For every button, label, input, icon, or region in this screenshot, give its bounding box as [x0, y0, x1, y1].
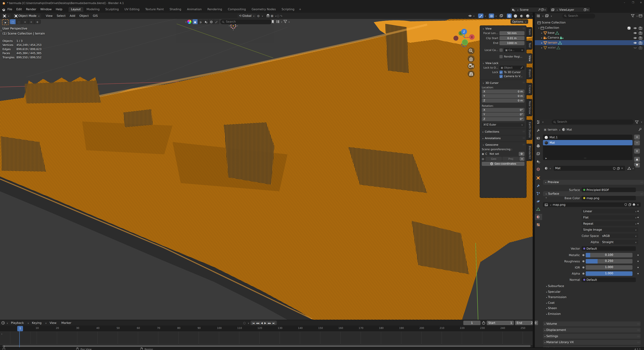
add-workspace-button[interactable]: +: [299, 8, 301, 11]
ior-slider[interactable]: 1.000: [586, 265, 632, 270]
editor-divider[interactable]: [533, 13, 535, 347]
properties-search-input[interactable]: Search: [552, 119, 634, 124]
lock-object-field[interactable]: ▣Object🖉: [500, 66, 524, 70]
hide-icon[interactable]: [633, 31, 637, 35]
restore-button[interactable]: ❐: [632, 1, 634, 4]
menu-view[interactable]: View: [44, 14, 55, 17]
scene-selector[interactable]: ∨ Scene ×: [510, 7, 548, 12]
cursor-rz-field[interactable]: Z0°: [482, 117, 524, 121]
outliner-search-input[interactable]: Search: [562, 13, 595, 18]
cursor-ry-field[interactable]: Y0°: [482, 112, 524, 116]
geo-button[interactable]: Geo: [485, 157, 502, 161]
timeline-track[interactable]: ›: [0, 332, 533, 345]
gis-globe-icon[interactable]: [209, 19, 214, 24]
n-panel-tab[interactable]: Create: [526, 83, 532, 95]
tab-material-icon[interactable]: [536, 215, 540, 219]
tab-output-icon[interactable]: [536, 144, 540, 148]
gis-drop-icon[interactable]: [203, 19, 209, 24]
workspace-tab[interactable]: Rendering: [205, 7, 224, 12]
subpanel-header[interactable]: Emission: [546, 312, 566, 316]
cursor-z-field[interactable]: Z0 m: [482, 99, 524, 103]
shading-rendered-button[interactable]: [525, 13, 530, 18]
copy-icon[interactable]: [628, 203, 631, 206]
fake-user-icon[interactable]: [624, 203, 627, 206]
crs-settings-button[interactable]: ⚙: [519, 152, 524, 156]
source-dropdown[interactable]: Single Image∨: [582, 228, 638, 232]
interpolation-dropdown[interactable]: Linear∨: [582, 209, 638, 214]
tool-move[interactable]: ✥: [34, 19, 41, 24]
node-tree-button[interactable]: ∨: [626, 166, 636, 171]
blender-icon[interactable]: [2, 7, 5, 11]
render-visibility-icon[interactable]: [639, 31, 642, 35]
tab-particles-icon[interactable]: [536, 192, 540, 195]
tool-select-lasso[interactable]: ✦: [22, 19, 28, 24]
alpha-slider[interactable]: 1.000: [586, 271, 632, 276]
unlink-icon[interactable]: ×: [621, 167, 623, 170]
slot-expand-icon[interactable]: ▶: [546, 157, 547, 159]
workspace-tab[interactable]: Modeling: [84, 7, 102, 12]
pin-icon[interactable]: [538, 8, 541, 11]
menu-view[interactable]: View: [48, 321, 58, 325]
xray-toggle[interactable]: [500, 14, 503, 17]
copy-icon[interactable]: [541, 8, 544, 11]
cursor-x-field[interactable]: X0 m: [482, 89, 524, 93]
subpanel-header[interactable]: Coat: [546, 301, 566, 304]
n-panel-tab[interactable]: BlenderKit: [526, 143, 532, 161]
gis-collapse-icon[interactable]: ∨: [185, 20, 187, 23]
play-reverse-button[interactable]: ◀: [261, 322, 263, 324]
n-panel-tab[interactable]: Blosm: [526, 67, 532, 79]
minimize-button[interactable]: –: [624, 1, 625, 4]
panel-header[interactable]: Material Library VX: [543, 340, 641, 345]
fake-user-icon[interactable]: [613, 167, 616, 170]
cursor-y-field[interactable]: Y0 m: [482, 94, 524, 98]
bookmark-icon[interactable]: [271, 20, 274, 24]
close-button[interactable]: ✕: [640, 1, 642, 4]
new-collection-icon[interactable]: [639, 14, 642, 17]
gizmos-toggle[interactable]: ∨: [478, 13, 486, 18]
menu-marker[interactable]: Marker: [59, 321, 74, 325]
tab-tool-icon[interactable]: [536, 129, 540, 132]
playhead[interactable]: [19, 326, 20, 348]
slot-move-up-button[interactable]: ▲: [634, 157, 640, 162]
workspace-tab[interactable]: Sculpting: [103, 7, 121, 12]
outliner-row-camera[interactable]: ▸ Camera: [535, 35, 644, 40]
editor-type-button[interactable]: ∨: [1, 13, 11, 18]
normal-field[interactable]: Default: [582, 278, 636, 282]
workspace-tab[interactable]: Scripting: [279, 7, 297, 12]
rotation-mode-dropdown[interactable]: XYZ Euler∨: [482, 123, 524, 127]
display-mode-icon[interactable]: ∨: [276, 20, 282, 23]
material-browse-button[interactable]: ∨: [543, 166, 553, 171]
slot-specials-button[interactable]: ∨: [634, 149, 640, 154]
hide-icon[interactable]: [633, 26, 637, 30]
render-disabled-icon[interactable]: [639, 46, 642, 49]
remove-icon[interactable]: ×: [586, 8, 589, 11]
shading-solid-button[interactable]: [512, 13, 518, 18]
hide-icon[interactable]: [633, 41, 637, 44]
workspace-tab[interactable]: Shading: [167, 7, 184, 12]
gis-basemap-icon[interactable]: ▣: [193, 19, 198, 24]
geo-coordinates-button[interactable]: Geo-coordinates: [482, 162, 524, 166]
breadcrumb-object[interactable]: terrain: [548, 128, 557, 131]
panel-header[interactable]: Displacement: [543, 328, 641, 333]
tab-viewlayer-icon[interactable]: [536, 152, 540, 156]
proportional-editing-toggle[interactable]: ◌∿: [277, 14, 282, 17]
panel-header[interactable]: Settings: [543, 334, 641, 339]
workspace-tab[interactable]: UV Editing: [122, 7, 142, 12]
subpanel-header[interactable]: Subsurface: [546, 285, 566, 288]
n-panel-tab[interactable]: Item: [526, 27, 532, 37]
viewlayer-selector[interactable]: ∨ ViewLayer ×: [550, 7, 591, 12]
outliner-row-scene-collection[interactable]: Scene Collection: [535, 20, 644, 25]
vector-field[interactable]: Default: [582, 246, 636, 251]
jump-end-button[interactable]: ▶|: [273, 322, 275, 324]
add-slot-button[interactable]: +: [634, 135, 640, 139]
transform-orientation[interactable]: ⟲Global∨: [238, 13, 256, 18]
active-tool-icon[interactable]: ➤: [2, 19, 8, 25]
menu-render[interactable]: Render: [24, 8, 38, 11]
tool-select-circle[interactable]: ◌: [16, 19, 22, 24]
menu-select[interactable]: Select: [55, 14, 68, 17]
timeline-ruler[interactable]: 1020304050607080901001101201301401501601…: [0, 326, 533, 332]
render-visibility-icon[interactable]: [639, 26, 642, 30]
add-crs-button[interactable]: +: [520, 157, 524, 161]
panel-view-lock-header[interactable]: ∨View Lock: [482, 61, 524, 65]
material-name-field[interactable]: Mat ×: [554, 166, 625, 171]
